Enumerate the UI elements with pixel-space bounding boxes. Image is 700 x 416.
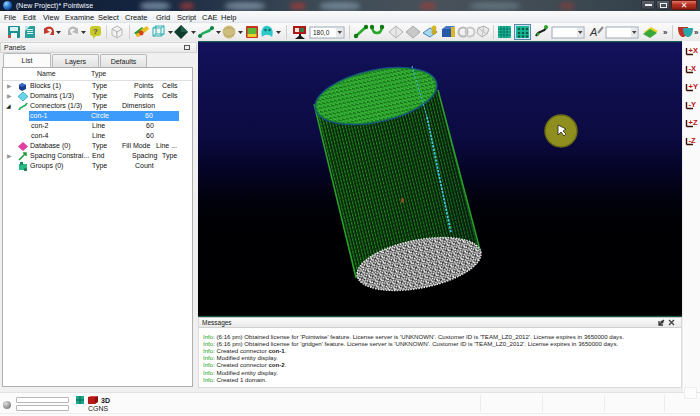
svg-text:3D: 3D [101, 397, 110, 404]
svg-text:-X: -X [689, 64, 697, 73]
svg-text:-Z: -Z [689, 136, 696, 145]
svg-text:»: » [663, 28, 668, 37]
svg-text:-Y: -Y [689, 100, 697, 109]
svg-text:?: ? [93, 27, 98, 36]
svg-text:+Y: +Y [689, 82, 698, 91]
svg-text:180,0: 180,0 [313, 29, 330, 36]
svg-text:+Z: +Z [689, 118, 698, 127]
svg-text:+X: +X [689, 46, 698, 55]
svg-text:»: » [694, 28, 699, 37]
svg-text:A: A [589, 26, 597, 38]
